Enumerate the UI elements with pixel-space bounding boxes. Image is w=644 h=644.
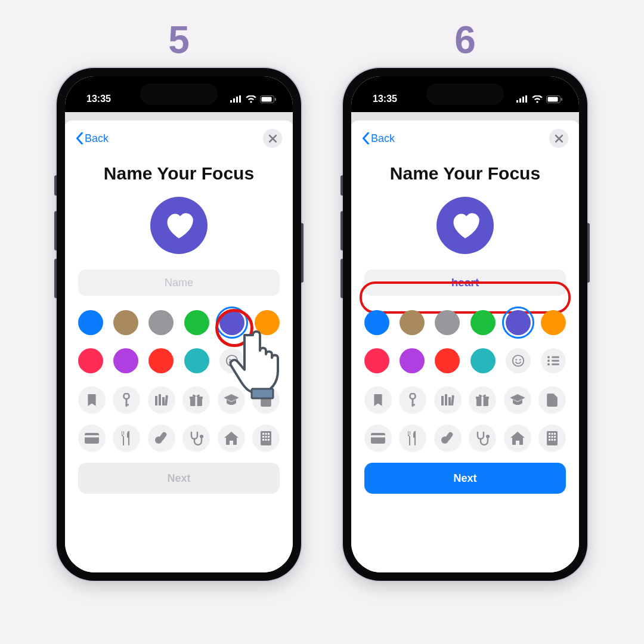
annotation-rect <box>360 281 571 314</box>
svg-rect-37 <box>519 98 521 103</box>
svg-point-24 <box>200 435 203 438</box>
back-button[interactable]: Back <box>362 132 395 145</box>
svg-rect-76 <box>554 439 556 441</box>
key-icon[interactable] <box>113 386 140 414</box>
svg-point-50 <box>547 363 550 366</box>
color-indigo[interactable] <box>506 310 531 335</box>
color-orange[interactable] <box>255 310 280 335</box>
wifi-icon <box>246 95 256 103</box>
color-green[interactable] <box>184 310 209 335</box>
svg-rect-70 <box>554 433 556 435</box>
svg-rect-51 <box>552 364 559 366</box>
step-number-6: 6 <box>454 18 476 62</box>
smiley-icon[interactable] <box>506 348 531 373</box>
gift-icon[interactable] <box>182 386 210 414</box>
svg-point-66 <box>486 435 490 438</box>
back-button[interactable]: Back <box>76 132 109 145</box>
color-teal[interactable] <box>470 348 496 373</box>
house-icon[interactable] <box>504 425 531 452</box>
focus-icon-preview <box>150 197 208 254</box>
color-gray[interactable] <box>148 310 174 335</box>
svg-rect-47 <box>552 357 559 358</box>
svg-rect-1 <box>233 98 235 103</box>
svg-point-10 <box>124 394 129 399</box>
credit-card-icon[interactable] <box>364 425 392 452</box>
svg-rect-75 <box>551 439 553 441</box>
list-icon[interactable] <box>541 348 566 373</box>
grad-cap-icon[interactable] <box>504 386 531 414</box>
grad-cap-icon[interactable] <box>218 386 245 414</box>
svg-rect-58 <box>451 395 454 405</box>
svg-rect-33 <box>265 439 267 441</box>
svg-point-46 <box>547 356 550 358</box>
fork-knife-icon[interactable] <box>399 425 426 452</box>
color-row-2 <box>78 348 280 373</box>
svg-rect-32 <box>262 439 264 441</box>
key-icon[interactable] <box>399 386 426 414</box>
color-pink[interactable] <box>78 348 103 373</box>
document-icon[interactable] <box>252 386 280 414</box>
phone-frame-right: 13:35 Back <box>343 68 587 581</box>
close-button[interactable] <box>549 129 568 148</box>
color-teal[interactable] <box>184 348 209 373</box>
svg-point-45 <box>519 359 521 361</box>
color-purple[interactable] <box>113 348 138 373</box>
color-gray[interactable] <box>435 310 460 335</box>
document-icon[interactable] <box>538 386 566 414</box>
color-purple[interactable] <box>400 348 425 373</box>
stethoscope-icon[interactable] <box>469 425 496 452</box>
close-button[interactable] <box>263 129 282 148</box>
step-number-5: 5 <box>168 18 190 62</box>
svg-rect-57 <box>448 397 451 405</box>
status-time: 13:35 <box>86 94 111 104</box>
heart-icon <box>163 211 194 240</box>
next-label: Next <box>453 472 476 485</box>
cellular-icon <box>230 95 242 103</box>
svg-rect-29 <box>262 436 264 438</box>
color-green[interactable] <box>470 310 496 335</box>
building-icon[interactable] <box>538 425 566 452</box>
books-icon[interactable] <box>434 386 462 414</box>
color-red[interactable] <box>435 348 460 373</box>
color-brown[interactable] <box>400 310 425 335</box>
color-brown[interactable] <box>113 310 138 335</box>
pills-icon[interactable] <box>434 425 462 452</box>
focus-icon-preview <box>436 197 494 254</box>
pills-icon[interactable] <box>148 425 175 452</box>
color-row-1 <box>364 310 566 335</box>
svg-rect-21 <box>85 435 99 438</box>
svg-rect-74 <box>549 439 550 441</box>
cellular-icon <box>516 95 528 103</box>
color-orange[interactable] <box>541 310 566 335</box>
chevron-left-icon <box>76 132 83 144</box>
color-red[interactable] <box>148 348 174 373</box>
books-icon[interactable] <box>148 386 175 414</box>
svg-rect-19 <box>196 397 197 406</box>
back-label: Back <box>85 132 109 145</box>
bookmark-icon[interactable] <box>364 386 392 414</box>
svg-rect-69 <box>551 433 553 435</box>
color-blue[interactable] <box>78 310 103 335</box>
house-icon[interactable] <box>218 425 245 452</box>
color-blue[interactable] <box>364 310 389 335</box>
svg-rect-54 <box>412 404 415 406</box>
building-icon[interactable] <box>252 425 280 452</box>
gift-icon[interactable] <box>469 386 496 414</box>
color-pink[interactable] <box>364 348 389 373</box>
focus-name-input[interactable]: Name <box>78 270 280 296</box>
stethoscope-icon[interactable] <box>182 425 210 452</box>
bookmark-icon[interactable] <box>78 386 106 414</box>
close-icon <box>269 135 277 143</box>
svg-rect-42 <box>561 98 562 101</box>
next-button[interactable]: Next <box>364 463 566 494</box>
status-time: 13:35 <box>373 94 397 104</box>
svg-rect-34 <box>268 439 270 441</box>
credit-card-icon[interactable] <box>78 425 106 452</box>
smiley-icon[interactable] <box>219 348 244 373</box>
next-button[interactable]: Next <box>78 463 280 494</box>
fork-knife-icon[interactable] <box>113 425 140 452</box>
svg-rect-0 <box>230 100 232 103</box>
svg-rect-63 <box>371 435 385 438</box>
svg-rect-15 <box>162 397 165 405</box>
svg-rect-61 <box>482 397 484 406</box>
